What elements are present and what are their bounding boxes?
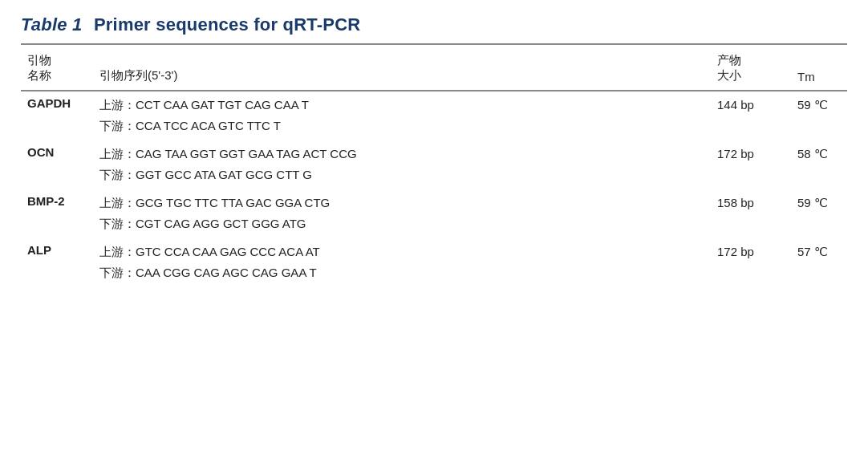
table-row: OCN上游：CAG TAA GGT GGT GAA TAG ACT CCG172…: [21, 140, 847, 166]
page-title: Table 1 Primer sequences for qRT-PCR: [21, 14, 847, 35]
primer-table: 引物 名称 引物序列(5'-3') 产物 大小 Tm GAPDH上游：CCT C…: [21, 45, 847, 287]
gene-name-cell: GAPDH: [21, 91, 93, 117]
col-header-name: 引物 名称: [21, 45, 93, 91]
size-empty-cell: [711, 264, 791, 287]
table-row: BMP-2上游：GCG TGC TTC TTA GAC GGA CTG158 b…: [21, 189, 847, 215]
product-size-cell: 158 bp: [711, 189, 791, 215]
upstream-seq-cell: 上游：CAG TAA GGT GGT GAA TAG ACT CCG: [93, 140, 711, 166]
gene-name-cell: BMP-2: [21, 189, 93, 215]
tm-empty-cell: [791, 166, 847, 189]
gene-name-empty-cell: [21, 166, 93, 189]
table-row: 下游：GGT GCC ATA GAT GCG CTT G: [21, 166, 847, 189]
col-header-size: 产物 大小: [711, 45, 791, 91]
tm-empty-cell: [791, 264, 847, 287]
table-row: ALP上游：GTC CCA CAA GAG CCC ACA AT172 bp57…: [21, 238, 847, 264]
downstream-seq-cell: 下游：CCA TCC ACA GTC TTC T: [93, 117, 711, 140]
tm-empty-cell: [791, 117, 847, 140]
table-row: 下游：CCA TCC ACA GTC TTC T: [21, 117, 847, 140]
product-size-cell: 144 bp: [711, 91, 791, 117]
table-number: Table 1: [21, 14, 83, 35]
upstream-seq-cell: 上游：GCG TGC TTC TTA GAC GGA CTG: [93, 189, 711, 215]
col-header-tm: Tm: [791, 45, 847, 91]
table-row: 下游：CGT CAG AGG GCT GGG ATG: [21, 215, 847, 238]
table-header-row: 引物 名称 引物序列(5'-3') 产物 大小 Tm: [21, 45, 847, 91]
downstream-seq-cell: 下游：CAA CGG CAG AGC CAG GAA T: [93, 264, 711, 287]
size-empty-cell: [711, 117, 791, 140]
tm-cell: 59 ℃: [791, 189, 847, 215]
gene-name-empty-cell: [21, 117, 93, 140]
downstream-seq-cell: 下游：GGT GCC ATA GAT GCG CTT G: [93, 166, 711, 189]
upstream-seq-cell: 上游：GTC CCA CAA GAG CCC ACA AT: [93, 238, 711, 264]
table-title-text: Primer sequences for qRT-PCR: [94, 14, 361, 35]
tm-cell: 59 ℃: [791, 91, 847, 117]
product-size-cell: 172 bp: [711, 140, 791, 166]
gene-name-empty-cell: [21, 215, 93, 238]
tm-cell: 57 ℃: [791, 238, 847, 264]
gene-name-cell: ALP: [21, 238, 93, 264]
table-row: 下游：CAA CGG CAG AGC CAG GAA T: [21, 264, 847, 287]
gene-name-cell: OCN: [21, 140, 93, 166]
tm-cell: 58 ℃: [791, 140, 847, 166]
size-empty-cell: [711, 215, 791, 238]
upstream-seq-cell: 上游：CCT CAA GAT TGT CAG CAA T: [93, 91, 711, 117]
product-size-cell: 172 bp: [711, 238, 791, 264]
tm-empty-cell: [791, 215, 847, 238]
gene-name-empty-cell: [21, 264, 93, 287]
table-row: GAPDH上游：CCT CAA GAT TGT CAG CAA T144 bp5…: [21, 91, 847, 117]
size-empty-cell: [711, 166, 791, 189]
col-header-seq: 引物序列(5'-3'): [93, 45, 711, 91]
downstream-seq-cell: 下游：CGT CAG AGG GCT GGG ATG: [93, 215, 711, 238]
